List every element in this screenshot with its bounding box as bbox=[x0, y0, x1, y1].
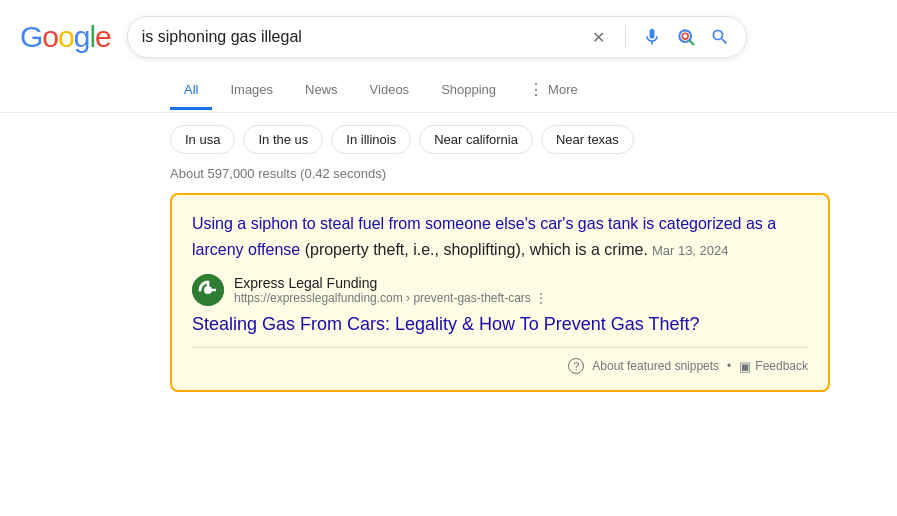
results-count: About 597,000 results (0.42 seconds) bbox=[0, 166, 897, 193]
clear-icon: ✕ bbox=[592, 28, 605, 47]
header: Google ✕ bbox=[0, 0, 897, 58]
chip-in-illinois[interactable]: In illinois bbox=[331, 125, 411, 154]
source-logo bbox=[192, 274, 224, 306]
tab-news[interactable]: News bbox=[291, 72, 352, 110]
snippet-footer: ? About featured snippets • ▣ Feedback bbox=[192, 347, 808, 374]
source-menu-icon[interactable]: ⋮ bbox=[535, 291, 547, 305]
tab-images[interactable]: Images bbox=[216, 72, 287, 110]
snippet-source: Express Legal Funding https://expressleg… bbox=[192, 274, 808, 306]
search-bar: ✕ bbox=[127, 16, 747, 58]
google-logo: Google bbox=[20, 20, 111, 54]
svg-point-1 bbox=[682, 33, 688, 39]
search-icons: ✕ bbox=[587, 25, 732, 49]
microphone-button[interactable] bbox=[640, 25, 664, 49]
snippet-title-link[interactable]: Stealing Gas From Cars: Legality & How T… bbox=[192, 314, 808, 335]
chip-in-usa[interactable]: In usa bbox=[170, 125, 235, 154]
mic-icon bbox=[642, 27, 662, 47]
divider bbox=[625, 25, 626, 49]
tab-more[interactable]: ⋮ More bbox=[514, 70, 592, 112]
chip-near-california[interactable]: Near california bbox=[419, 125, 533, 154]
source-url: https://expresslegalfunding.com › preven… bbox=[234, 291, 808, 305]
snippet-date: Mar 13, 2024 bbox=[652, 243, 729, 258]
search-button[interactable] bbox=[708, 25, 732, 49]
lens-icon bbox=[676, 27, 696, 47]
footer-dot: • bbox=[727, 359, 731, 373]
nav-tabs: All Images News Videos Shopping ⋮ More bbox=[0, 70, 897, 113]
svg-line-2 bbox=[690, 41, 694, 45]
source-logo-icon bbox=[192, 274, 224, 306]
snippet-rest: (property theft, i.e., shoplifting), whi… bbox=[300, 241, 648, 258]
svg-point-4 bbox=[204, 286, 212, 294]
snippet-body: Using a siphon to steal fuel from someon… bbox=[192, 211, 808, 262]
feedback-box-icon: ▣ bbox=[739, 359, 751, 374]
lens-button[interactable] bbox=[674, 25, 698, 49]
source-name: Express Legal Funding bbox=[234, 275, 808, 291]
chip-in-the-us[interactable]: In the us bbox=[243, 125, 323, 154]
tab-all[interactable]: All bbox=[170, 72, 212, 110]
search-icon bbox=[710, 27, 730, 47]
filter-chips: In usa In the us In illinois Near califo… bbox=[0, 113, 897, 166]
about-snippets-text[interactable]: About featured snippets bbox=[592, 359, 719, 373]
tab-shopping[interactable]: Shopping bbox=[427, 72, 510, 110]
tab-videos[interactable]: Videos bbox=[356, 72, 424, 110]
search-input[interactable] bbox=[142, 28, 577, 46]
feedback-button[interactable]: ▣ Feedback bbox=[739, 359, 808, 374]
featured-snippet: Using a siphon to steal fuel from someon… bbox=[170, 193, 830, 392]
clear-button[interactable]: ✕ bbox=[587, 25, 611, 49]
source-info: Express Legal Funding https://expressleg… bbox=[234, 275, 808, 305]
help-circle-icon: ? bbox=[568, 358, 584, 374]
chip-near-texas[interactable]: Near texas bbox=[541, 125, 634, 154]
